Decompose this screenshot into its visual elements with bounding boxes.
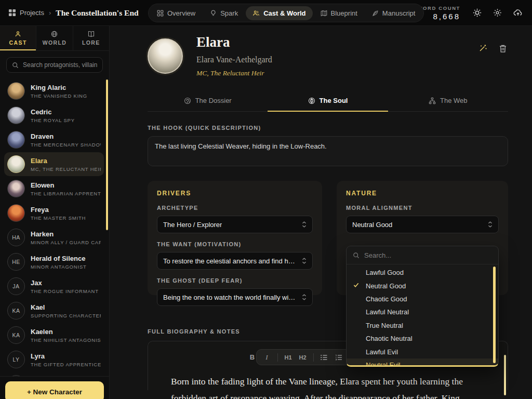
main-nav: Overview Spark Cast & World Blueprint Ma… (148, 4, 424, 22)
italic-button[interactable]: I (261, 352, 273, 363)
option-label: Chaotic Neutral (366, 335, 413, 342)
nav-tab-label: Manuscript (382, 9, 416, 17)
option-neutral-good[interactable]: Neutral Good (347, 279, 498, 292)
character-row-harken[interactable]: HA HarkenMINOR ALLY / GUARD CAP... (4, 225, 104, 249)
character-role: THE MERCENARY SHADOW (31, 142, 101, 148)
globe-icon (51, 31, 58, 37)
dropdown-search (347, 246, 498, 264)
option-chaotic-good[interactable]: Chaotic Good (347, 292, 498, 305)
character-role: THE NIHILIST ANTAGONIST (31, 337, 101, 343)
delete-trash-icon[interactable] (499, 44, 507, 53)
hook-textarea[interactable]: The last living Celestial Weaver, hiding… (148, 136, 508, 166)
character-row-kael[interactable]: KA KaelSUPPORTING CHARACTER ... (4, 299, 104, 323)
dropdown-search-input[interactable] (364, 251, 492, 259)
option-neutral-evil[interactable]: Neutral Evil (347, 358, 498, 365)
bullet-list-button[interactable] (318, 352, 330, 363)
character-row-jax[interactable]: JA JaxTHE ROGUE INFORMANT (4, 274, 104, 298)
bold-button[interactable]: B (246, 352, 259, 363)
tab-the-soul[interactable]: The Soul (268, 91, 388, 111)
archetype-select[interactable]: The Hero / Explorer (157, 216, 313, 233)
option-lawful-good[interactable]: Lawful Good (347, 266, 498, 279)
character-name: Elara (31, 157, 101, 165)
character-row-magnus[interactable]: Magnus (4, 372, 104, 376)
character-row-elara[interactable]: ElaraMC, THE RELUCTANT HEIR (4, 152, 104, 176)
character-row-herald-of-silence[interactable]: HE Herald of SilenceMINOR ANTAGONIST (4, 250, 104, 274)
character-row-freya[interactable]: FreyaTHE MASTER SMITH (4, 201, 104, 225)
nav-tab-spark[interactable]: Spark (203, 6, 245, 20)
character-row-draven[interactable]: DravenTHE MERCENARY SHADOW (4, 128, 104, 152)
sidebar-tab-cast[interactable]: CAST (0, 26, 36, 50)
nav-tab-overview[interactable]: Overview (150, 6, 202, 20)
sidebar-tab-label: WORLD (43, 39, 67, 46)
option-lawful-evil[interactable]: Lawful Evil (347, 345, 498, 358)
tab-label: The Soul (320, 97, 348, 104)
option-label: True Neutral (366, 322, 403, 329)
character-name: Freya (31, 206, 86, 214)
character-name: Lyra (31, 352, 101, 360)
sidebar-tab-label: LORE (82, 39, 100, 46)
tab-the-web[interactable]: The Web (388, 91, 508, 111)
ghost-select[interactable]: Being the one to watch the world finally… (157, 288, 313, 306)
nav-tab-cast-world[interactable]: Cast & World (246, 6, 312, 20)
character-detail: Elara Elara Vane-Aethelgard MC, The Relu… (110, 26, 532, 399)
dropdown-options: Lawful Good Neutral Good Chaotic Good La… (347, 264, 498, 365)
sidebar-tab-world[interactable]: WORLD (36, 26, 73, 50)
settings-gear-icon[interactable] (493, 8, 502, 17)
option-label: Chaotic Good (366, 295, 407, 303)
search-input[interactable] (23, 61, 97, 69)
person-icon (15, 31, 21, 37)
cloud-sync-icon[interactable] (513, 8, 523, 17)
ordered-list-button[interactable] (332, 352, 345, 363)
heading1-button[interactable]: H1 (282, 352, 295, 363)
ghost-value: Being the one to watch the world finally… (163, 294, 298, 301)
grid-icon (8, 9, 16, 17)
alignment-label: MORAL ALIGNMENT (346, 205, 499, 211)
lightbulb-icon (210, 10, 217, 17)
new-character-button[interactable]: + New Character (5, 381, 104, 399)
editor-scrollbar[interactable] (504, 355, 506, 395)
character-avatar-initials: LY (7, 351, 25, 368)
character-row-king-alaric[interactable]: King AlaricTHE VANISHED KING (4, 79, 104, 103)
sidebar-tab-lore[interactable]: LORE (73, 26, 109, 50)
top-bar: Projects › The Constellation's End Overv… (0, 0, 532, 26)
tab-the-dossier[interactable]: The Dossier (148, 91, 268, 111)
want-select[interactable]: To restore the celestial anchors and fin… (157, 252, 313, 270)
chevron-updown-icon (488, 221, 493, 228)
nav-tab-blueprint[interactable]: Blueprint (314, 6, 364, 20)
toolbar-divider (313, 353, 314, 362)
character-tagline: MC, The Reluctant Heir (196, 69, 272, 77)
character-avatar (7, 204, 25, 222)
sidebar-tab-label: CAST (9, 39, 27, 46)
character-name: Kael (31, 303, 101, 311)
dropdown-scrollbar[interactable] (493, 267, 496, 363)
quill-icon (372, 10, 379, 17)
heading2-button[interactable]: H2 (297, 352, 309, 363)
option-true-neutral[interactable]: True Neutral (347, 319, 498, 332)
magic-wand-icon[interactable] (478, 44, 487, 53)
option-chaotic-neutral[interactable]: Chaotic Neutral (347, 332, 498, 345)
nav-tab-manuscript[interactable]: Manuscript (365, 6, 422, 20)
character-row-cedric[interactable]: CedricTHE ROYAL SPY (4, 103, 104, 127)
tab-label: The Web (440, 97, 468, 104)
alignment-select[interactable]: Neutral Good (346, 216, 499, 233)
project-title: The Constellation's End (56, 8, 138, 18)
character-avatar (7, 107, 25, 124)
overview-grid-icon (157, 10, 164, 17)
character-row-kaelen[interactable]: KA KaelenTHE NIHILIST ANTAGONIST (4, 323, 104, 347)
projects-link[interactable]: Projects (8, 9, 44, 17)
character-row-lyra[interactable]: LY LyraTHE GIFTED APPRENTICE (4, 348, 104, 371)
option-label: Neutral Evil (366, 361, 400, 365)
character-row-elowen[interactable]: ElowenTHE LIBRARIAN APPRENTICE (4, 177, 104, 201)
search-icon (353, 252, 360, 259)
character-name: Harken (31, 230, 101, 238)
sidebar-scrollbar[interactable] (106, 79, 108, 230)
character-role: THE ROGUE INFORMANT (31, 288, 99, 294)
character-name: Jax (31, 279, 99, 287)
option-lawful-neutral[interactable]: Lawful Neutral (347, 305, 498, 318)
soul-icon (308, 97, 315, 104)
character-role: THE GIFTED APPRENTICE (31, 362, 101, 367)
theme-sun-icon[interactable] (473, 8, 482, 17)
option-label: Neutral Good (366, 282, 406, 290)
option-label: Lawful Good (366, 269, 404, 276)
biography-text[interactable]: Born into the fading light of the Vane l… (148, 365, 508, 399)
